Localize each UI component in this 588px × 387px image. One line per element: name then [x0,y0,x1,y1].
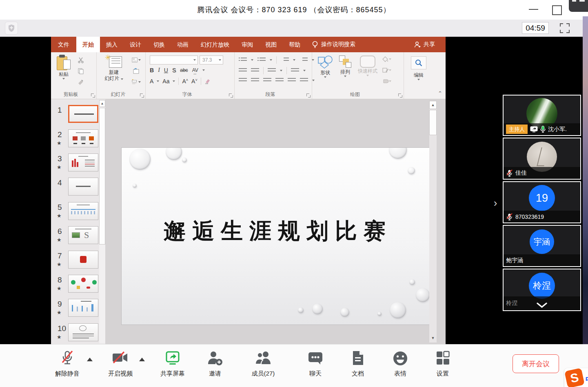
slide-thumbnail-8[interactable]: 8 ★ [51,275,105,298]
slide-thumbnail-3[interactable]: 3 ★ [51,153,105,176]
shapes-button[interactable]: 形状 [317,56,333,78]
slide-thumbnail-10[interactable]: 10 ★ [51,323,105,346]
align-center-button[interactable] [251,78,259,83]
underline-button[interactable]: U [164,67,168,73]
clear-formatting-icon[interactable] [204,78,211,84]
line-spacing-button[interactable] [281,57,289,63]
paste-button[interactable]: 粘贴 [57,56,71,80]
format-painter-button[interactable] [76,78,85,86]
font-name-combo[interactable] [150,56,198,64]
columns-button[interactable] [268,68,276,73]
copy-button[interactable] [76,67,85,75]
share-screen-button[interactable]: 共享屏幕 [154,350,191,378]
tab-help[interactable]: 帮助 [283,37,306,52]
video-tile-baoyuhan[interactable]: 宇涵 鲍宇涵 [503,225,581,267]
font-color-button[interactable]: A [150,78,153,85]
scrollbar-thumb[interactable] [429,110,437,135]
docs-button[interactable]: 文档 [339,350,376,378]
scroll-up-icon[interactable]: ▲ [429,101,437,109]
tab-animations[interactable]: 动画 [171,37,195,52]
scrollbar-thumb[interactable] [99,108,105,245]
tab-slideshow[interactable]: 幻灯片放映 [195,37,235,52]
scroll-down-icon[interactable]: ▼ [429,335,437,342]
camera-options-arrow[interactable] [139,358,145,361]
slide-thumbnail-1[interactable]: 1 [51,105,105,128]
change-case-button[interactable]: Aa [162,78,169,85]
quick-styles-button[interactable]: 快速样式 [358,56,377,76]
office-share-button[interactable]: 共享 [414,37,435,52]
slide-thumbnail-5[interactable]: 5 ★ [51,202,105,225]
shape-effects-button[interactable] [382,78,391,85]
scroll-up-icon[interactable]: ▲ [99,100,105,107]
maximize-button[interactable] [550,4,563,16]
slide-thumbnail-7[interactable]: 7 ★ [51,251,105,274]
tab-home[interactable]: 开始 [76,37,100,52]
invite-button[interactable]: 邀请 [197,350,233,378]
shrink-font-button[interactable]: A˅ [191,78,197,85]
members-button[interactable]: 成员(27) [245,350,282,378]
drawing-dialog-launcher[interactable] [398,93,402,98]
char-spacing-button[interactable]: AV [192,67,198,73]
smartart-convert-button[interactable] [300,78,308,83]
slide-thumbnail-6[interactable]: 6 ★ S [51,226,105,249]
numbering-button[interactable] [257,57,266,63]
paragraph-dialog-launcher[interactable] [306,93,311,98]
text-shadow-button[interactable]: S [172,67,176,73]
tab-design[interactable]: 设计 [124,37,147,52]
increase-indent-button[interactable] [251,68,259,73]
start-video-button[interactable]: 开启视频 [102,350,139,378]
align-right-button[interactable] [263,78,271,83]
arrange-button[interactable]: 排列 [339,56,351,77]
cut-button[interactable] [76,56,85,64]
chevron-down-icon[interactable] [536,302,548,308]
tab-transitions[interactable]: 切换 [147,37,171,52]
emoji-button[interactable]: 表情 [382,350,419,378]
tab-review[interactable]: 审阅 [235,37,259,52]
justify-button[interactable] [275,78,284,83]
text-direction-button[interactable] [300,57,308,63]
italic-button[interactable]: I [158,67,160,73]
bullets-button[interactable] [239,57,247,63]
reset-slide-button[interactable] [132,67,141,75]
strikethrough-button[interactable]: abc [180,67,188,73]
decrease-indent-button[interactable] [239,68,247,73]
tab-file[interactable]: 文件 [51,37,76,52]
slide-thumbnail-9[interactable]: 9 ★ [51,299,105,322]
leave-meeting-button[interactable]: 离开会议 [513,354,559,373]
font-dialog-launcher[interactable] [229,93,233,98]
fullscreen-button[interactable] [560,23,570,33]
align-text-button[interactable] [291,68,299,73]
meeting-security-button[interactable] [5,22,18,35]
distribute-button[interactable] [288,78,296,83]
editing-button[interactable]: 编辑 [410,56,428,80]
slide-scrollbar[interactable]: ▲ ▼ [429,101,437,343]
collapse-ribbon-icon[interactable]: ⌃ [438,90,442,96]
video-tile-jiajia[interactable]: 佳佳 [503,138,581,180]
new-slide-button[interactable]: ✳ 新建 幻灯片 [101,56,127,82]
bold-button[interactable]: B [150,67,154,73]
thumbnail-scrollbar[interactable]: ▲ [99,100,105,343]
align-left-button[interactable] [239,78,247,83]
clipboard-dialog-launcher[interactable] [91,93,95,98]
collapse-video-panel-chevron[interactable]: › [490,196,501,210]
slide-thumbnail-2[interactable]: 2 ★ [51,129,105,152]
font-size-combo[interactable]: 37.3 [200,56,223,64]
unmute-button[interactable]: 解除静音 [49,350,86,378]
slides-dialog-launcher[interactable] [140,93,144,98]
shape-fill-button[interactable] [382,56,391,63]
tab-view[interactable]: 视图 [259,37,283,52]
video-tile-870323619[interactable]: 19 870323619 [503,181,581,223]
tab-insert[interactable]: 插入 [100,37,124,52]
minimize-button[interactable] [528,4,540,16]
mic-options-arrow[interactable] [87,358,93,361]
video-tile-host[interactable]: 主持人 沈小军. [503,95,581,136]
slide-thumbnail-4[interactable]: 4 [51,178,105,200]
grow-font-button[interactable]: A˄ [182,78,188,85]
chat-button[interactable]: 聊天 [297,350,334,378]
tell-me-search[interactable]: 操作说明搜索 [312,37,355,52]
shape-outline-button[interactable] [382,67,391,74]
section-button[interactable] [132,78,141,86]
video-tile-lingnie[interactable]: 柃涅 柃涅 [503,269,581,311]
settings-button[interactable]: 设置 [424,350,461,378]
slide-layout-button[interactable] [132,56,141,64]
